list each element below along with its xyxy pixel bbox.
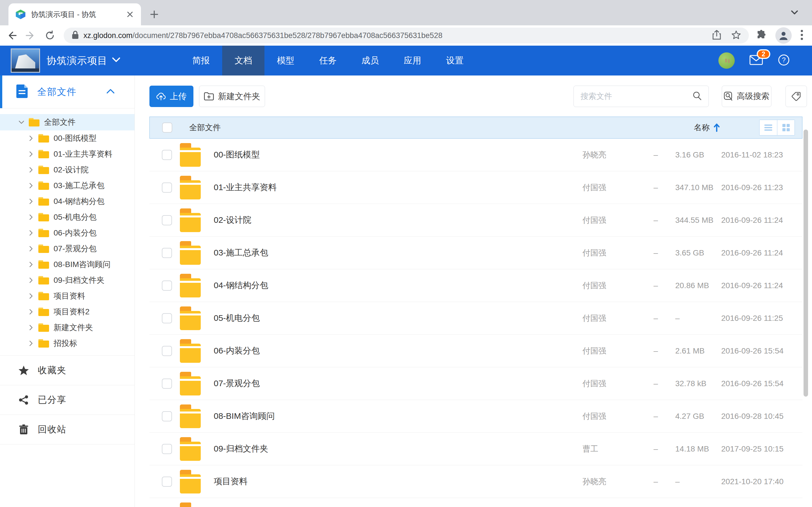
file-row[interactable] (149, 498, 802, 507)
tab-close-icon[interactable] (126, 10, 134, 18)
file-name[interactable]: 02-设计院 (214, 214, 582, 226)
tree-item[interactable]: 07-景观分包 (0, 241, 135, 257)
chevron-right-icon[interactable] (28, 340, 35, 347)
tree-item[interactable]: 05-机电分包 (0, 209, 135, 225)
tree-item[interactable]: 08-BIM咨询顾问 (0, 257, 135, 272)
chevron-up-icon[interactable] (106, 89, 115, 95)
sidebar-link[interactable]: 回收站 (0, 414, 135, 444)
upload-button[interactable]: 上传 (149, 86, 193, 107)
nav-tab[interactable]: 应用 (391, 46, 434, 75)
file-name[interactable]: 05-机电分包 (214, 313, 582, 324)
file-name[interactable]: 08-BIM咨询顾问 (214, 410, 582, 422)
project-switcher[interactable]: 协筑演示项目 (47, 46, 120, 75)
file-row[interactable]: 06-内装分包 付国强 – 2.61 MB 2016-09-26 15:54 (149, 335, 802, 367)
chevron-right-icon[interactable] (28, 198, 35, 205)
chevron-right-icon[interactable] (28, 308, 35, 315)
file-row[interactable]: 00-图纸模型 孙晓亮 – 3.16 GB 2016-11-02 18:23 (149, 138, 802, 171)
nav-tab[interactable]: 成员 (349, 46, 391, 75)
tab-search-chevron-icon[interactable] (790, 7, 800, 18)
tags-button[interactable] (785, 86, 807, 107)
tree-root-all-files[interactable]: 全部文件 (0, 114, 135, 130)
file-row[interactable]: 01-业主共享资料 付国强 – 347.10 MB 2016-09-26 11:… (149, 171, 802, 204)
row-checkbox[interactable] (162, 411, 172, 421)
tree-item[interactable]: 02-设计院 (0, 162, 135, 178)
tree-item[interactable]: 04-钢结构分包 (0, 193, 135, 209)
sidebar-link[interactable]: 收藏夹 (0, 355, 135, 385)
kebab-menu-icon[interactable] (800, 29, 804, 42)
file-row[interactable]: 04-钢结构分包 付国强 – 20.86 MB 2016-09-26 11:24 (149, 269, 802, 302)
new-tab-button[interactable] (147, 7, 162, 22)
nav-tab[interactable]: 模型 (264, 46, 307, 75)
file-name[interactable]: 项目资料 (214, 476, 582, 487)
bookmark-star-icon[interactable] (731, 30, 741, 41)
select-all-checkbox[interactable] (162, 122, 172, 133)
file-row[interactable]: 05-机电分包 付国强 – – 2016-09-26 11:25 (149, 302, 802, 335)
file-row[interactable]: 项目资料 孙晓亮 – – 2021-10-20 17:40 (149, 465, 802, 498)
chevron-right-icon[interactable] (28, 293, 35, 299)
file-name[interactable]: 09-归档文件夹 (214, 443, 582, 455)
grid-view-toggle[interactable] (777, 120, 795, 135)
file-name[interactable]: 06-内装分包 (214, 345, 582, 356)
tree-item[interactable]: 06-内装分包 (0, 225, 135, 241)
chevron-right-icon[interactable] (28, 135, 35, 142)
project-logo[interactable] (11, 48, 40, 73)
reload-icon[interactable] (42, 28, 57, 43)
nav-tab[interactable]: 设置 (434, 46, 476, 75)
row-checkbox[interactable] (162, 476, 172, 487)
file-row[interactable]: 03-施工总承包 付国强 – 3.65 GB 2016-09-26 11:24 (149, 237, 802, 269)
row-checkbox[interactable] (162, 215, 172, 225)
chevron-expanded-icon[interactable] (18, 119, 26, 126)
nav-tab[interactable]: 任务 (307, 46, 349, 75)
nav-tab[interactable]: 简报 (180, 46, 222, 75)
file-row[interactable]: 08-BIM咨询顾问 付国强 – 4.27 GB 2016-09-28 10:4… (149, 400, 802, 433)
user-avatar[interactable] (718, 52, 735, 69)
extensions-puzzle-icon[interactable] (756, 30, 767, 41)
file-name[interactable]: 01-业主共享资料 (214, 182, 582, 193)
new-folder-button[interactable]: 新建文件夹 (199, 86, 265, 107)
chevron-right-icon[interactable] (28, 214, 35, 221)
chevron-right-icon[interactable] (28, 182, 35, 189)
chevron-right-icon[interactable] (28, 324, 35, 331)
advanced-search-button[interactable]: 高级搜索 (722, 86, 771, 107)
row-checkbox[interactable] (162, 182, 172, 193)
row-checkbox[interactable] (162, 150, 172, 160)
chevron-right-icon[interactable] (28, 277, 35, 284)
url-bar[interactable]: xz.glodon.com/document/278b7967ebba4708a… (64, 27, 749, 43)
row-checkbox[interactable] (162, 281, 172, 291)
tree-item[interactable]: 项目资料2 (0, 304, 135, 320)
forward-icon[interactable] (23, 28, 38, 43)
help-icon[interactable]: ? (777, 54, 790, 67)
file-row[interactable]: 02-设计院 付国强 – 344.55 MB 2016-09-26 11:24 (149, 204, 802, 237)
browser-tab[interactable]: 协筑演示项目 - 协筑 (8, 3, 141, 25)
file-name[interactable]: 00-图纸模型 (214, 149, 582, 161)
search-icon[interactable] (692, 91, 702, 102)
chevron-right-icon[interactable] (28, 151, 35, 158)
chevron-right-icon[interactable] (28, 230, 35, 236)
file-row[interactable]: 07-景观分包 付国强 – 32.78 kB 2016-09-26 15:54 (149, 367, 802, 400)
back-icon[interactable] (4, 28, 19, 43)
tree-item[interactable]: 03-施工总承包 (0, 178, 135, 193)
row-checkbox[interactable] (162, 313, 172, 323)
messages-button[interactable]: 2 (749, 55, 763, 66)
row-checkbox[interactable] (162, 379, 172, 389)
chevron-right-icon[interactable] (28, 261, 35, 268)
row-checkbox[interactable] (162, 346, 172, 356)
vertical-scrollbar[interactable] (804, 129, 808, 397)
file-name[interactable]: 04-钢结构分包 (214, 280, 582, 291)
file-name[interactable]: 07-景观分包 (214, 378, 582, 389)
tree-item[interactable]: 项目资料 (0, 288, 135, 304)
file-row[interactable]: 09-归档文件夹 曹工 – 14.18 MB 2017-09-25 10:15 (149, 433, 802, 465)
tree-item[interactable]: 新建文件夹 (0, 320, 135, 335)
sidebar-section-all-files[interactable]: 全部文件 (0, 75, 135, 108)
share-icon[interactable] (712, 30, 721, 41)
row-checkbox[interactable] (162, 444, 172, 454)
list-view-toggle[interactable] (760, 120, 777, 135)
chevron-right-icon[interactable] (28, 166, 35, 173)
tree-item[interactable]: 00-图纸模型 (0, 130, 135, 146)
file-name[interactable]: 03-施工总承包 (214, 247, 582, 259)
nav-tab[interactable]: 文档 (222, 46, 264, 75)
sidebar-link[interactable]: 已分享 (0, 385, 135, 414)
chevron-right-icon[interactable] (28, 245, 35, 252)
tree-item[interactable]: 01-业主共享资料 (0, 146, 135, 162)
chrome-profile-avatar[interactable] (775, 27, 792, 44)
